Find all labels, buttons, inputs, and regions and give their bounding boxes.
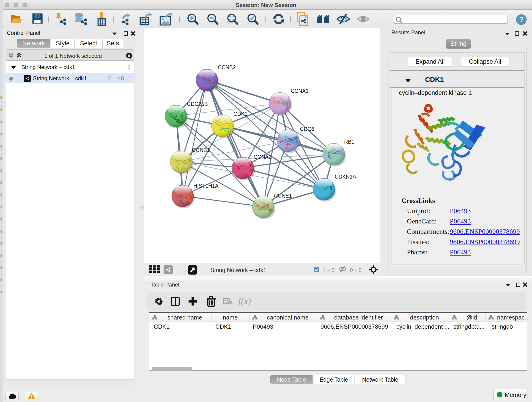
svg-text:CCNB2: CCNB2	[218, 64, 236, 70]
svg-text:CCNE1: CCNE1	[274, 193, 292, 199]
svg-text:CCNA2: CCNA2	[254, 154, 272, 160]
svg-text:?: ?	[519, 15, 524, 24]
svg-text:CCNB1: CCNB1	[192, 147, 210, 153]
svg-text:CDKN1A: CDKN1A	[335, 174, 356, 180]
svg-text:HIST1H1A: HIST1H1A	[193, 183, 219, 189]
svg-text:CCNA1: CCNA1	[291, 88, 309, 94]
svg-text:RB1: RB1	[344, 139, 355, 145]
svg-text:CDK1: CDK1	[234, 111, 247, 117]
svg-text:CDC25B: CDC25B	[187, 101, 208, 107]
svg-text:CDC6: CDC6	[300, 126, 314, 132]
